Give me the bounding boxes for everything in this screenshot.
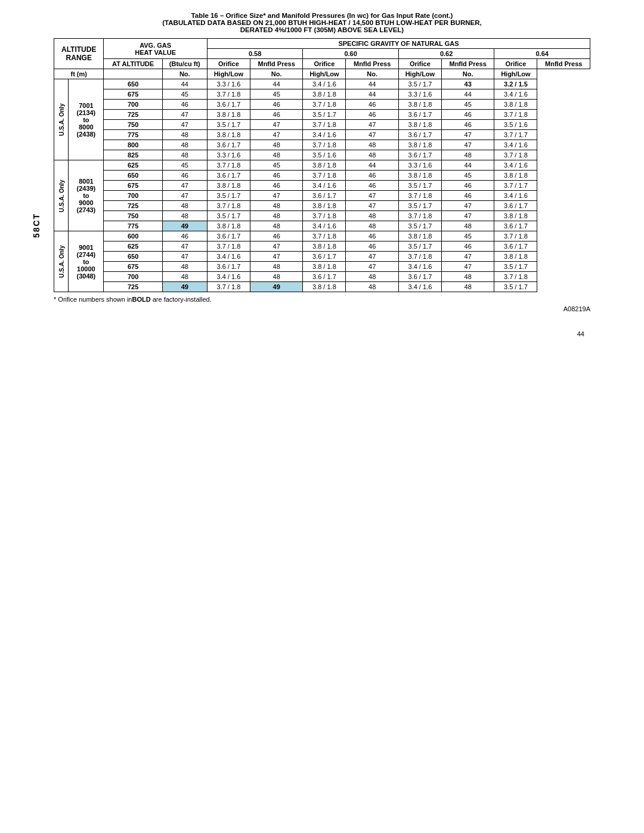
altitude-range-cell: 7001(2134)to8000(2438) xyxy=(69,79,104,160)
page-number: 44 xyxy=(54,330,584,337)
sg058-orifice: 47 xyxy=(162,252,207,262)
sg062-orifice-header: Orifice xyxy=(398,59,441,69)
sg062-press: 3.7 / 1.8 xyxy=(398,191,441,201)
table-row: 775493.8 / 1.8483.4 / 1.6483.5 / 1.7483.… xyxy=(54,221,590,231)
sg058-orifice: 47 xyxy=(162,120,207,130)
sg058-press: 3.3 / 1.6 xyxy=(207,150,250,160)
sg062-orifice: 48 xyxy=(346,282,398,292)
sg060-press: 3.4 / 1.6 xyxy=(303,221,346,231)
sg058-press-header: Mnfld Press xyxy=(250,59,302,69)
sg064-orifice: 47 xyxy=(441,140,494,150)
sg058-orifice: 44 xyxy=(162,79,207,89)
sg062-press: 3.5 / 1.7 xyxy=(398,181,441,191)
section-label: U.S.A. Only xyxy=(54,160,69,231)
sg064-orifice: 45 xyxy=(441,231,494,241)
footnote: * Orifice numbers shown inBOLD are facto… xyxy=(54,296,590,303)
table-row: 700473.5 / 1.7473.6 / 1.7473.7 / 1.8463.… xyxy=(54,191,590,201)
table-row: 650463.6 / 1.7463.7 / 1.8463.8 / 1.8453.… xyxy=(54,171,590,181)
sg058-orifice: 48 xyxy=(162,201,207,211)
table-row: 800483.6 / 1.7483.7 / 1.8483.8 / 1.8473.… xyxy=(54,140,590,150)
sg058-orifice: 46 xyxy=(162,171,207,181)
sg058-orifice: 46 xyxy=(162,231,207,241)
sg062-press: 3.4 / 1.6 xyxy=(398,262,441,272)
sg058-press: 3.7 / 1.8 xyxy=(207,89,250,100)
sg060-no: No. xyxy=(250,69,302,79)
sg062-orifice: 46 xyxy=(346,181,398,191)
table-row: 675473.8 / 1.8463.4 / 1.6463.5 / 1.7463.… xyxy=(54,181,590,191)
sg058-press: 3.3 / 1.6 xyxy=(207,79,250,89)
table-row: 725493.7 / 1.8493.8 / 1.8483.4 / 1.6483.… xyxy=(54,282,590,292)
sg062-press: 3.8 / 1.8 xyxy=(398,100,441,110)
sg062-orifice: 48 xyxy=(346,140,398,150)
altitude-value: 650 xyxy=(104,171,162,181)
sg060-orifice: 46 xyxy=(250,171,302,181)
sg064-press: 3.4 / 1.6 xyxy=(494,140,537,150)
sg060-press-header: Mnfld Press xyxy=(346,59,398,69)
table-row: 700463.6 / 1.7463.7 / 1.8463.8 / 1.8453.… xyxy=(54,100,590,110)
sg062-orifice: 47 xyxy=(346,120,398,130)
sg060-header: 0.60 xyxy=(303,49,399,59)
sg058-press: 3.7 / 1.8 xyxy=(207,160,250,171)
sg062-orifice: 44 xyxy=(346,89,398,100)
sg062-orifice: 46 xyxy=(346,231,398,241)
sg064-orifice: 46 xyxy=(441,191,494,201)
sg062-header: 0.62 xyxy=(398,49,494,59)
side-label-58ct: 58CT xyxy=(32,213,41,238)
sg064-press: 3.4 / 1.6 xyxy=(494,89,537,100)
sg060-orifice: 48 xyxy=(250,262,302,272)
sg062-press: 3.5 / 1.7 xyxy=(398,79,441,89)
altitude-value: 625 xyxy=(104,160,162,171)
sg062-press: 3.6 / 1.7 xyxy=(398,110,441,120)
sg058-press: 3.7 / 1.8 xyxy=(207,282,250,292)
altitude-value: 775 xyxy=(104,130,162,140)
sg058-press: 3.8 / 1.8 xyxy=(207,181,250,191)
sg058-press: 3.6 / 1.7 xyxy=(207,262,250,272)
header-row-3: AT ALTITUDE (Btu/cu ft) Orifice Mnfld Pr… xyxy=(54,59,590,69)
altitude-value: 650 xyxy=(104,252,162,262)
sg062-press: 3.5 / 1.7 xyxy=(398,221,441,231)
sg058-orifice: 49 xyxy=(162,282,207,292)
sg064-header: 0.64 xyxy=(494,49,590,59)
sg064-press: 3.8 / 1.8 xyxy=(494,171,537,181)
sg064-orifice: 46 xyxy=(441,181,494,191)
table-row: 775483.8 / 1.8473.4 / 1.6473.6 / 1.7473.… xyxy=(54,130,590,140)
main-table: ALTITUDE RANGE AVG. GAS HEAT VALUE SPECI… xyxy=(54,38,590,292)
sg060-press: 3.6 / 1.7 xyxy=(303,252,346,262)
sg062-press: 3.7 / 1.8 xyxy=(398,211,441,221)
sg062-orifice: 48 xyxy=(346,211,398,221)
sg058-orifice: 48 xyxy=(162,211,207,221)
sg060-press: 3.8 / 1.8 xyxy=(303,282,346,292)
sg058-press: 3.7 / 1.8 xyxy=(207,201,250,211)
sg058-press: 3.4 / 1.6 xyxy=(207,272,250,282)
sg060-orifice: 48 xyxy=(250,150,302,160)
altitude-value: 775 xyxy=(104,221,162,231)
altitude-value: 700 xyxy=(104,191,162,201)
sg060-orifice: 47 xyxy=(250,241,302,252)
sg062-orifice: 47 xyxy=(346,201,398,211)
sg062-orifice: 47 xyxy=(346,262,398,272)
sg062-orifice: 48 xyxy=(346,150,398,160)
altitude-value: 675 xyxy=(104,262,162,272)
sg062-press: 3.6 / 1.7 xyxy=(398,150,441,160)
sg062-press: 3.6 / 1.7 xyxy=(398,272,441,282)
doc-ref: A08219A xyxy=(54,305,590,312)
sg060-press: 3.7 / 1.8 xyxy=(303,211,346,221)
sg058-press: 3.6 / 1.7 xyxy=(207,100,250,110)
sg060-orifice: 48 xyxy=(250,211,302,221)
sg062-press: 3.8 / 1.8 xyxy=(398,231,441,241)
sg060-orifice: 46 xyxy=(250,231,302,241)
section-label: U.S.A. Only xyxy=(54,231,69,292)
sg064-orifice: 47 xyxy=(441,130,494,140)
sg062-orifice: 47 xyxy=(346,191,398,201)
sg060-orifice: 47 xyxy=(250,130,302,140)
sg062-press-header: Mnfld Press xyxy=(441,59,494,69)
sg062-press: 3.5 / 1.7 xyxy=(398,241,441,252)
sg058-hl: High/Low xyxy=(207,69,250,79)
altitude-value: 725 xyxy=(104,110,162,120)
sg060-orifice: 48 xyxy=(250,272,302,282)
table-row: 825483.3 / 1.6483.5 / 1.6483.6 / 1.7483.… xyxy=(54,150,590,160)
sg060-press: 3.4 / 1.6 xyxy=(303,181,346,191)
sg064-press-header: Mnfld Press xyxy=(537,59,590,69)
altitude-value: 625 xyxy=(104,241,162,252)
sg062-press: 3.6 / 1.7 xyxy=(398,130,441,140)
